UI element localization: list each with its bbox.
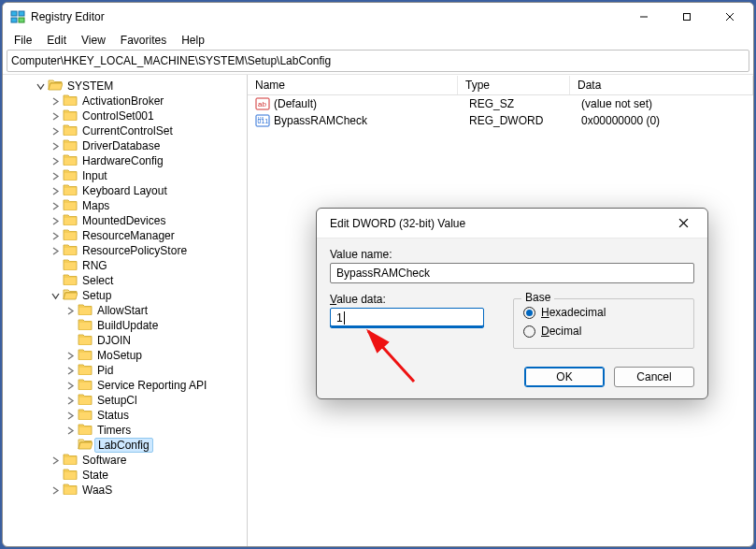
tree-state[interactable]: State: [48, 468, 247, 483]
maximize-button[interactable]: [665, 3, 708, 31]
address-bar[interactable]: Computer\HKEY_LOCAL_MACHINE\SYSTEM\Setup…: [7, 50, 749, 72]
value-data-field[interactable]: 1: [330, 308, 484, 328]
edit-dword-dialog[interactable]: Edit DWORD (32-bit) Value Value name: By…: [316, 208, 708, 399]
menu-edit[interactable]: Edit: [39, 32, 74, 49]
chevron-right-icon[interactable]: [48, 183, 63, 198]
chevron-right-icon[interactable]: [63, 363, 78, 378]
tree-item-labconfig[interactable]: LabConfig: [63, 438, 247, 453]
menu-file[interactable]: File: [7, 32, 39, 49]
menu-favorites[interactable]: Favorites: [113, 32, 174, 49]
chevron-right-icon[interactable]: [48, 483, 63, 498]
tree-label: Timers: [95, 424, 133, 437]
chevron-right-icon[interactable]: [48, 213, 63, 228]
chevron-right-icon[interactable]: [63, 408, 78, 423]
chevron-right-icon[interactable]: [63, 303, 78, 318]
dialog-close-button[interactable]: [663, 209, 704, 238]
tree-item-currentcontrolset[interactable]: CurrentControlSet: [48, 123, 247, 138]
tree-item-maps[interactable]: Maps: [48, 198, 247, 213]
chevron-right-icon[interactable]: [48, 168, 63, 183]
address-text: Computer\HKEY_LOCAL_MACHINE\SYSTEM\Setup…: [11, 54, 331, 67]
chevron-right-icon[interactable]: [48, 153, 63, 168]
tree-item-controlset001[interactable]: ControlSet001: [48, 108, 247, 123]
tree-label: Keyboard Layout: [80, 184, 169, 197]
menu-help[interactable]: Help: [174, 32, 212, 49]
chevron-right-icon[interactable]: [48, 453, 63, 468]
folder-icon: [78, 348, 93, 363]
tree-label: MoSetup: [95, 349, 144, 362]
folder-icon: [78, 303, 93, 318]
value-name-field[interactable]: BypassRAMCheck: [330, 263, 694, 283]
list-body: (Default) REG_SZ (value not set) BypassR…: [248, 95, 753, 129]
tree-item-activationbroker[interactable]: ActivationBroker: [48, 94, 247, 108]
chevron-right-icon[interactable]: [48, 94, 63, 108]
tree-label: WaaS: [80, 484, 114, 497]
col-name[interactable]: Name: [248, 76, 458, 94]
tree-item-resourcemanager[interactable]: ResourceManager: [48, 228, 247, 243]
tree-item-allowstart[interactable]: AllowStart: [63, 303, 247, 318]
folder-icon: [63, 258, 78, 273]
chevron-right-icon[interactable]: [48, 108, 63, 123]
tree-setup[interactable]: Setup: [48, 288, 247, 303]
tree-software[interactable]: Software: [48, 453, 247, 468]
tree-label: Setup: [80, 289, 113, 302]
minimize-button[interactable]: [622, 3, 665, 31]
tree-item-hardwareconfig[interactable]: HardwareConfig: [48, 153, 247, 168]
chevron-right-icon[interactable]: [48, 123, 63, 138]
row-type: REG_DWORD: [462, 114, 574, 127]
tree-item-service-reporting-api[interactable]: Service Reporting API: [63, 378, 247, 393]
chevron-right-icon[interactable]: [48, 228, 63, 243]
tree-item-mounteddevices[interactable]: MountedDevices: [48, 213, 247, 228]
close-button[interactable]: [708, 3, 751, 31]
expander-blank: [63, 333, 78, 348]
radio-dec[interactable]: Decimal: [523, 322, 684, 340]
tree-item-buildupdate[interactable]: BuildUpdate: [63, 318, 247, 333]
chevron-down-icon[interactable]: [33, 79, 48, 94]
tree-item-input[interactable]: Input: [48, 168, 247, 183]
chevron-right-icon[interactable]: [63, 393, 78, 408]
tree-label: Service Reporting API: [95, 379, 208, 392]
value-data-label: Value data:: [330, 293, 498, 306]
tree-label: Pid: [95, 364, 115, 377]
chevron-right-icon[interactable]: [63, 378, 78, 393]
list-row[interactable]: (Default) REG_SZ (value not set): [248, 95, 753, 112]
row-name: (Default): [274, 97, 462, 110]
tree-system[interactable]: SYSTEM: [33, 79, 247, 94]
tree-label: ActivationBroker: [80, 94, 165, 108]
titlebar[interactable]: Registry Editor: [3, 3, 753, 31]
col-type[interactable]: Type: [458, 76, 570, 94]
chevron-right-icon[interactable]: [48, 243, 63, 258]
dialog-titlebar[interactable]: Edit DWORD (32-bit) Value: [317, 209, 707, 238]
tree-item-resourcepolicystore[interactable]: ResourcePolicyStore: [48, 243, 247, 258]
chevron-right-icon[interactable]: [63, 423, 78, 438]
ok-button[interactable]: OK: [524, 367, 605, 387]
tree-label: Select: [80, 274, 115, 287]
radio-hex[interactable]: Hexadecimal: [523, 303, 684, 322]
cancel-button[interactable]: Cancel: [614, 367, 694, 387]
folder-icon: [78, 393, 93, 408]
list-header[interactable]: Name Type Data: [248, 75, 753, 95]
tree-label: MountedDevices: [80, 214, 167, 227]
regedit-icon: [10, 9, 25, 24]
tree-waas[interactable]: WaaS: [48, 483, 247, 498]
chevron-down-icon[interactable]: [48, 288, 63, 303]
folder-icon: [63, 153, 78, 168]
chevron-right-icon[interactable]: [48, 198, 63, 213]
tree-label: ControlSet001: [80, 109, 156, 123]
col-data[interactable]: Data: [570, 76, 753, 94]
tree-item-driverdatabase[interactable]: DriverDatabase: [48, 138, 247, 153]
chevron-right-icon[interactable]: [48, 138, 63, 153]
list-row[interactable]: BypassRAMCheck REG_DWORD 0x00000000 (0): [248, 112, 753, 129]
tree-item-status[interactable]: Status: [63, 408, 247, 423]
tree-item-select[interactable]: Select: [48, 273, 247, 288]
tree-item-rng[interactable]: RNG: [48, 258, 247, 273]
tree-item-djoin[interactable]: DJOIN: [63, 333, 247, 348]
tree-item-keyboard-layout[interactable]: Keyboard Layout: [48, 183, 247, 198]
chevron-right-icon[interactable]: [63, 348, 78, 363]
tree-item-setupcl[interactable]: SetupCl: [63, 393, 247, 408]
tree-item-mosetup[interactable]: MoSetup: [63, 348, 247, 363]
tree-item-timers[interactable]: Timers: [63, 423, 247, 438]
folder-icon: [63, 213, 78, 228]
tree-item-pid[interactable]: Pid: [63, 363, 247, 378]
tree-pane[interactable]: SYSTEMActivationBrokerControlSet001Curre…: [3, 75, 248, 546]
menu-view[interactable]: View: [74, 32, 113, 49]
